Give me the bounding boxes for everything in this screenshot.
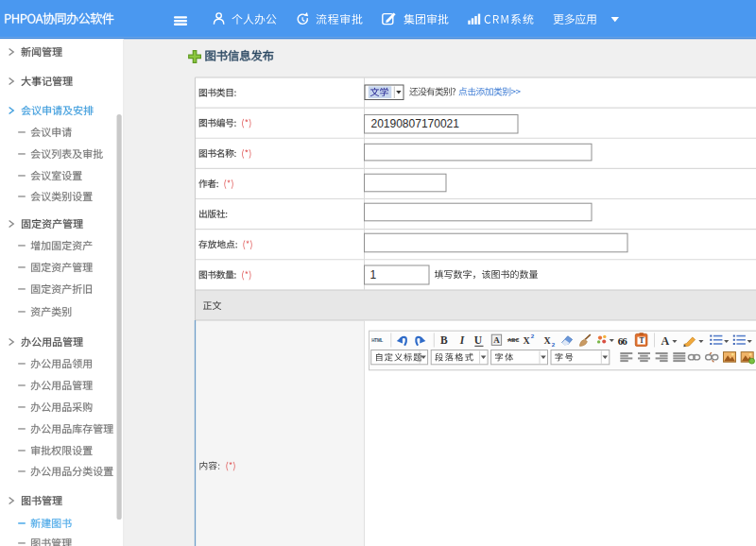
svg-text:U: U bbox=[474, 334, 483, 346]
svg-text:I: I bbox=[459, 334, 465, 346]
svg-text:B: B bbox=[440, 334, 448, 346]
svg-text:X: X bbox=[544, 335, 552, 346]
svg-text:20190807170021: 20190807170021 bbox=[371, 117, 460, 130]
svg-text:2: 2 bbox=[531, 333, 535, 339]
svg-text:66: 66 bbox=[618, 335, 628, 347]
svg-text:A: A bbox=[493, 335, 500, 345]
svg-text:X: X bbox=[524, 335, 531, 346]
svg-text:A: A bbox=[662, 334, 670, 348]
svg-text:HTML: HTML bbox=[371, 338, 383, 343]
svg-text:T: T bbox=[640, 336, 644, 345]
svg-text:2: 2 bbox=[552, 341, 556, 348]
svg-text:1: 1 bbox=[370, 268, 377, 282]
